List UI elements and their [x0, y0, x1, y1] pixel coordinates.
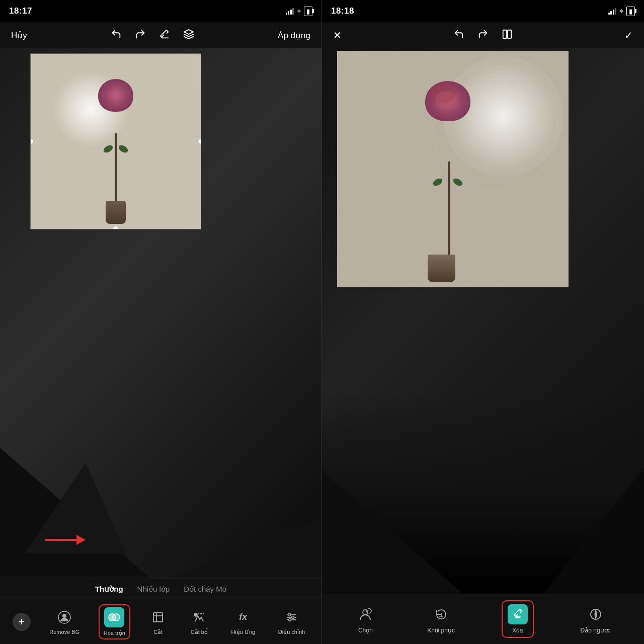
- dao-nguoc-tool[interactable]: Đảo ngược: [576, 601, 616, 637]
- svg-point-6: [113, 614, 120, 621]
- image-frame[interactable]: [30, 53, 201, 229]
- blend-normal[interactable]: Thường: [95, 585, 123, 594]
- chon-label: Chọn: [358, 627, 373, 634]
- compare-button[interactable]: [500, 27, 515, 44]
- right-toolbar-right: ✓: [622, 27, 635, 43]
- handle-bottom[interactable]: [113, 226, 119, 229]
- right-redo-button[interactable]: [475, 27, 491, 44]
- left-status-icons: ⌖ ▮: [286, 7, 313, 16]
- svg-rect-7: [153, 613, 163, 622]
- dao-nguoc-icon: [586, 604, 606, 624]
- xoa-tool[interactable]: Xóa: [502, 600, 534, 638]
- right-status-bar: 18:18 ⌖ ▮: [322, 0, 644, 22]
- layers-button[interactable]: [181, 27, 196, 44]
- khoi-phuc-icon: [431, 604, 451, 624]
- remove-bg-tool[interactable]: Remove BG: [45, 605, 84, 638]
- blend-mode-row: Thường Nhiều lớp Đốt cháy Mo: [0, 579, 321, 599]
- khoi-phuc-label: Khôi phục: [427, 627, 455, 634]
- cat-bo-icon: [190, 608, 208, 626]
- right-flower-vase: [428, 255, 455, 282]
- remove-bg-label: Remove BG: [49, 629, 79, 635]
- xoa-icon: [508, 604, 528, 624]
- left-canvas: [0, 48, 321, 579]
- svg-rect-19: [508, 30, 511, 39]
- flower-vase: [106, 201, 126, 224]
- right-toolbar-center: [451, 27, 515, 44]
- hieu-ung-icon: fx: [234, 608, 252, 626]
- hoa-tron-icon-wrap: [104, 607, 124, 627]
- right-status-icons: ⌖ ▮: [608, 7, 635, 16]
- dieu-chinh-label: Điều chỉnh: [278, 629, 305, 635]
- left-panel: 18:17 ⌖ ▮ Hủy: [0, 0, 322, 644]
- left-toolbar: Hủy Áp dụng: [0, 22, 321, 48]
- apply-button[interactable]: Áp dụng: [276, 28, 312, 43]
- right-panel: 18:18 ⌖ ▮ ✕: [322, 0, 644, 644]
- right-bottom-toolbar: Chọn Khôi phục: [322, 594, 644, 644]
- right-toolbar: ✕ ✓: [322, 22, 644, 48]
- svg-rect-18: [503, 30, 507, 39]
- left-toolbar-center: [109, 27, 196, 44]
- left-bottom-toolbar: + Remove BG Hòa trộn: [0, 599, 321, 644]
- cat-bo-label: Cắt bổ: [191, 629, 208, 635]
- svg-point-17: [289, 618, 291, 621]
- confirm-button[interactable]: ✓: [622, 27, 635, 43]
- right-canvas: [322, 48, 644, 594]
- remove-bg-icon: [55, 608, 73, 626]
- undo-button[interactable]: [109, 27, 124, 44]
- blend-burn[interactable]: Đốt cháy Mo: [184, 585, 226, 594]
- right-toolbar-left: ✕: [331, 27, 344, 43]
- close-button[interactable]: ✕: [331, 27, 344, 43]
- left-toolbar-right: Áp dụng: [276, 28, 312, 43]
- hieu-ung-label: Hiệu Ứng: [231, 629, 255, 635]
- cat-tool[interactable]: Cắt: [145, 605, 171, 638]
- red-arrow: [45, 532, 86, 549]
- flower-image: [31, 54, 201, 229]
- dao-nguoc-label: Đảo ngược: [581, 627, 611, 634]
- svg-marker-0: [184, 30, 193, 34]
- svg-marker-2: [76, 535, 86, 545]
- right-signal-icon: [608, 8, 617, 15]
- svg-point-4: [62, 614, 66, 618]
- right-time: 18:18: [331, 6, 354, 16]
- cat-bo-tool[interactable]: Cắt bổ: [186, 605, 212, 638]
- flower-head: [98, 79, 133, 112]
- left-toolbar-left: Hủy: [9, 28, 29, 43]
- leaf-right: [117, 144, 129, 154]
- hieu-ung-tool[interactable]: fx Hiệu Ứng: [227, 605, 259, 638]
- leaf-left: [102, 144, 114, 154]
- add-button[interactable]: +: [13, 613, 31, 631]
- right-wifi-icon: ⌖: [619, 7, 623, 16]
- blend-multilayer[interactable]: Nhiều lớp: [137, 585, 170, 594]
- signal-icon: [286, 8, 294, 15]
- right-flower-image: [337, 51, 569, 287]
- cat-icon: [149, 608, 167, 626]
- right-undo-button[interactable]: [451, 27, 466, 44]
- right-leaves: [433, 177, 463, 197]
- xoa-label: Xóa: [512, 627, 523, 634]
- battery-icon: ▮: [304, 7, 312, 16]
- hoa-tron-label: Hòa trộn: [104, 630, 125, 636]
- right-flower-head: [425, 81, 470, 121]
- svg-point-16: [292, 616, 294, 618]
- cat-label: Cắt: [153, 629, 163, 635]
- flower-leaves: [103, 143, 128, 158]
- chon-tool[interactable]: Chọn: [350, 601, 380, 637]
- dieu-chinh-icon: [282, 608, 300, 626]
- khoi-phuc-tool[interactable]: Khôi phục: [422, 601, 460, 637]
- svg-point-10: [194, 613, 197, 616]
- left-status-bar: 18:17 ⌖ ▮: [0, 0, 321, 22]
- left-time: 18:17: [9, 6, 32, 16]
- redo-button[interactable]: [133, 27, 148, 44]
- right-image-frame: [337, 51, 569, 287]
- erase-button[interactable]: [157, 27, 172, 44]
- wifi-icon: ⌖: [297, 7, 301, 16]
- right-battery-icon: ▮: [626, 7, 635, 16]
- svg-point-15: [288, 613, 291, 616]
- dieu-chinh-tool[interactable]: Điều chỉnh: [274, 605, 309, 638]
- svg-point-20: [363, 610, 368, 615]
- cancel-button[interactable]: Hủy: [9, 28, 29, 43]
- handle-right[interactable]: [198, 138, 201, 144]
- hoa-tron-tool[interactable]: Hòa trộn: [99, 604, 130, 639]
- chon-icon: [355, 604, 375, 624]
